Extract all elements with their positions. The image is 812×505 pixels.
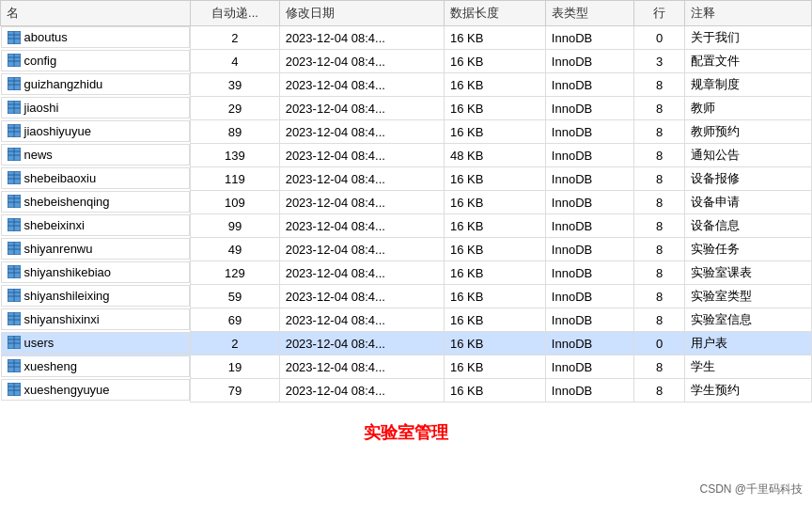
cell-name: shiyanshikebiao [1, 261, 191, 283]
table-icon [8, 359, 21, 372]
watermark: CSDN @千里码科技 [699, 481, 803, 497]
cell-auto: 2 [191, 26, 279, 50]
table-row[interactable]: shebeibaoxiu1192023-12-04 08:4...16 KBIn… [1, 167, 812, 191]
cell-name: aboutus [1, 26, 191, 48]
cell-size: 16 KB [444, 214, 545, 238]
cell-name-text: shebeixinxi [24, 218, 85, 232]
cell-date: 2023-12-04 08:4... [279, 238, 444, 261]
cell-comment: 实验任务 [685, 238, 812, 261]
cell-name-text: news [24, 148, 53, 162]
table-header-row: 名 自动递... 修改日期 数据长度 表类型 行 注释 [1, 1, 812, 26]
cell-comment: 实验室课表 [685, 261, 812, 285]
cell-type: InnoDB [545, 355, 633, 379]
cell-auto: 2 [191, 332, 279, 355]
cell-size: 48 KB [444, 144, 545, 167]
cell-type: InnoDB [545, 285, 633, 308]
cell-comment: 配置文件 [685, 50, 812, 73]
cell-type: InnoDB [545, 379, 633, 402]
table-icon [8, 312, 21, 325]
cell-rows: 0 [634, 26, 685, 50]
table-row[interactable]: shiyanshikebiao1292023-12-04 08:4...16 K… [1, 261, 812, 285]
table-row[interactable]: xueshengyuyue792023-12-04 08:4...16 KBIn… [1, 379, 812, 402]
cell-date: 2023-12-04 08:4... [279, 97, 444, 120]
cell-comment: 关于我们 [685, 26, 812, 50]
table-row[interactable]: users22023-12-04 08:4...16 KBInnoDB0用户表 [1, 332, 812, 355]
cell-name-text: jiaoshiyuyue [24, 124, 92, 138]
cell-comment: 设备申请 [685, 191, 812, 214]
table-row[interactable]: jiaoshi292023-12-04 08:4...16 KBInnoDB8教… [1, 97, 812, 120]
table-row[interactable]: shebeishenqing1092023-12-04 08:4...16 KB… [1, 191, 812, 214]
cell-name: shiyanshileixing [1, 285, 191, 307]
cell-name: shebeishenqing [1, 191, 191, 213]
cell-date: 2023-12-04 08:4... [279, 285, 444, 308]
cell-name: jiaoshiyuyue [1, 120, 191, 142]
table-row[interactable]: shiyanshixinxi692023-12-04 08:4...16 KBI… [1, 308, 812, 332]
cell-name-text: jiaoshi [24, 101, 59, 115]
cell-size: 16 KB [444, 238, 545, 261]
cell-date: 2023-12-04 08:4... [279, 355, 444, 379]
cell-name-text: xueshengyuyue [24, 383, 110, 397]
cell-size: 16 KB [444, 332, 545, 355]
database-table: 名 自动递... 修改日期 数据长度 表类型 行 注释 aboutus22023… [0, 0, 812, 402]
cell-name: shebeixinxi [1, 214, 191, 236]
cell-date: 2023-12-04 08:4... [279, 261, 444, 285]
table-row[interactable]: xuesheng192023-12-04 08:4...16 KBInnoDB8… [1, 355, 812, 379]
cell-name: users [1, 332, 191, 354]
cell-auto: 19 [191, 355, 279, 379]
cell-size: 16 KB [444, 120, 545, 144]
cell-size: 16 KB [444, 73, 545, 97]
cell-comment: 学生 [685, 355, 812, 379]
cell-name: xuesheng [1, 355, 191, 377]
cell-date: 2023-12-04 08:4... [279, 167, 444, 191]
col-header-type[interactable]: 表类型 [545, 1, 633, 26]
cell-auto: 4 [191, 50, 279, 73]
cell-auto: 139 [191, 144, 279, 167]
table-row[interactable]: jiaoshiyuyue892023-12-04 08:4...16 KBInn… [1, 120, 812, 144]
table-row[interactable]: news1392023-12-04 08:4...48 KBInnoDB8通知公… [1, 144, 812, 167]
cell-size: 16 KB [444, 285, 545, 308]
cell-name: jiaoshi [1, 97, 191, 118]
cell-name-text: shebeibaoxiu [24, 171, 97, 185]
cell-comment: 用户表 [685, 332, 812, 355]
cell-type: InnoDB [545, 97, 633, 120]
table-row[interactable]: shebeixinxi992023-12-04 08:4...16 KBInno… [1, 214, 812, 238]
table-row[interactable]: guizhangzhidu392023-12-04 08:4...16 KBIn… [1, 73, 812, 97]
table-icon [8, 218, 21, 231]
table-wrapper: 名 自动递... 修改日期 数据长度 表类型 行 注释 aboutus22023… [0, 0, 812, 402]
cell-auto: 39 [191, 73, 279, 97]
cell-auto: 119 [191, 167, 279, 191]
col-header-size[interactable]: 数据长度 [444, 1, 545, 26]
cell-name-text: guizhangzhidu [24, 77, 103, 91]
cell-date: 2023-12-04 08:4... [279, 26, 444, 50]
col-header-name[interactable]: 名 [1, 1, 191, 26]
cell-name: xueshengyuyue [1, 379, 191, 401]
cell-rows: 3 [634, 50, 685, 73]
cell-auto: 129 [191, 261, 279, 285]
cell-name-text: shiyanshikebiao [24, 265, 112, 279]
table-row[interactable]: shiyanshileixing592023-12-04 08:4...16 K… [1, 285, 812, 308]
cell-type: InnoDB [545, 238, 633, 261]
col-header-rows[interactable]: 行 [634, 1, 685, 26]
cell-rows: 8 [634, 355, 685, 379]
col-header-auto[interactable]: 自动递... [191, 1, 279, 26]
col-header-comment[interactable]: 注释 [685, 1, 812, 26]
cell-comment: 通知公告 [685, 144, 812, 167]
table-icon [8, 195, 21, 208]
cell-rows: 8 [634, 238, 685, 261]
table-icon [8, 54, 21, 67]
table-row[interactable]: aboutus22023-12-04 08:4...16 KBInnoDB0关于… [1, 26, 812, 50]
cell-type: InnoDB [545, 120, 633, 144]
cell-type: InnoDB [545, 308, 633, 332]
cell-size: 16 KB [444, 167, 545, 191]
cell-name: news [1, 144, 191, 166]
cell-type: InnoDB [545, 261, 633, 285]
table-row[interactable]: config42023-12-04 08:4...16 KBInnoDB3配置文… [1, 50, 812, 73]
cell-size: 16 KB [444, 97, 545, 120]
col-header-date[interactable]: 修改日期 [279, 1, 444, 26]
cell-name: shiyanshixinxi [1, 308, 191, 330]
cell-size: 16 KB [444, 191, 545, 214]
cell-date: 2023-12-04 08:4... [279, 120, 444, 144]
table-row[interactable]: shiyanrenwu492023-12-04 08:4...16 KBInno… [1, 238, 812, 261]
center-title: 实验室管理 [0, 402, 812, 463]
cell-auto: 89 [191, 120, 279, 144]
